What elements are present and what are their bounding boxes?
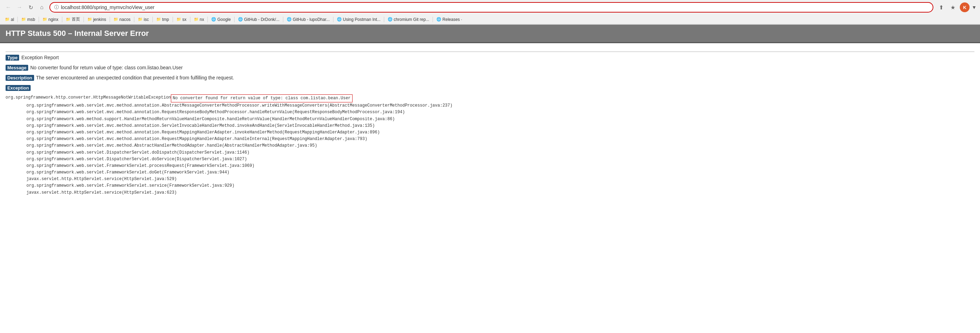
browser-menu-button[interactable]: ▼ [972,5,977,10]
bookmark-separator [153,17,153,22]
bookmark-label: nx [200,17,204,22]
bookmark-item[interactable]: 🌐Using Postman Int... [335,16,382,22]
error-message-section: Message No converter found for return va… [6,65,974,71]
stack-line: org.springframework.web.servlet.Framewor… [6,183,974,189]
folder-icon: 📁 [138,17,143,22]
stack-trace: org.springframework.http.converter.HttpM… [6,94,974,196]
error-type-section: Type Exception Report [6,55,974,61]
bookmark-item[interactable]: 📁sx [174,16,189,22]
bookmark-label: tmp [162,17,169,22]
link-icon: 🌐 [337,17,342,22]
bookmark-separator [62,17,62,22]
folder-icon: 📁 [5,17,10,22]
link-icon: 🌐 [287,17,292,22]
divider-top [6,51,974,52]
bookmark-separator [384,17,384,22]
link-icon: 🌐 [388,17,393,22]
bookmark-item[interactable]: 🌐GitHub - DrDonk/... [236,16,282,22]
message-value: No converter found for return value of t… [30,65,183,70]
folder-icon: 📁 [43,17,47,22]
bookmark-item[interactable]: 🌐chromium Git rep... [386,16,431,22]
profile-avatar[interactable]: K [960,2,970,12]
stack-line: org.springframework.web.servlet.Dispatch… [6,156,974,163]
bookmark-label: isc [144,17,149,22]
bookmark-item[interactable]: 📁nginx [40,16,60,22]
folder-icon: 📁 [113,17,118,22]
bookmark-label: sx [182,17,186,22]
bookmark-label: jenkins [93,17,106,22]
toolbar-right: ⬆ ★ K ▼ [936,2,977,12]
stack-line: org.springframework.web.servlet.mvc.meth… [6,102,974,109]
address-bar-container[interactable]: ⓘ [49,2,933,13]
bookmarks-bar: 📁al📁msb📁nginx📁首页📁jenkins📁nacos📁isc📁tmp📁s… [0,14,980,24]
bookmark-separator [207,17,208,22]
bookmark-item[interactable]: 📁首页 [64,16,82,23]
bookmark-item[interactable]: 📁nx [192,16,206,22]
error-body: Type Exception Report Message No convert… [0,43,980,205]
link-icon: 🌐 [211,17,216,22]
bookmark-label: msb [27,17,35,22]
link-icon: 🌐 [238,17,243,22]
exception-class: org.springframework.http.converter.HttpM… [6,94,171,101]
bookmark-separator [234,17,235,22]
bookmark-item[interactable]: 🌐GitHub - lupoDhar... [285,16,332,22]
bookmark-item[interactable]: 🌐Releases · [434,16,464,22]
bookmark-item[interactable]: 📁al [3,16,16,22]
link-icon: 🌐 [436,17,441,22]
bookmark-label: Using Postman Int... [343,17,380,22]
bookmark-separator [283,17,283,22]
exception-section: Exception org.springframework.http.conve… [6,85,974,196]
address-bar-input[interactable] [61,5,929,10]
type-value: Exception Report [21,55,59,60]
message-label: Message [6,65,28,71]
stack-line: org.springframework.web.servlet.Framewor… [6,169,974,176]
folder-icon: 📁 [194,17,199,22]
type-label: Type [6,55,19,61]
bookmark-item[interactable]: 🌐Google [209,16,233,22]
bookmark-label: chromium Git rep... [394,17,429,22]
bookmark-item[interactable]: 📁nacos [111,16,133,22]
bookmark-item[interactable]: 📁isc [136,16,151,22]
page-content: HTTP Status 500 – Internal Server Error … [0,25,980,205]
bookmark-separator [333,17,333,22]
stack-line: org.springframework.web.servlet.mvc.meth… [6,142,974,149]
bookmark-item[interactable]: 📁tmp [154,16,171,22]
description-value: The server encountered an unexpected con… [36,75,234,80]
bookmark-item[interactable]: 📁msb [19,16,37,22]
bookmark-label: GitHub - DrDonk/... [244,17,280,22]
stack-line: org.springframework.web.servlet.Dispatch… [6,150,974,156]
folder-icon: 📁 [66,17,71,22]
bookmark-label: Releases · [442,17,462,22]
bookmark-separator [134,17,134,22]
forward-button[interactable]: → [14,2,24,12]
exception-label: Exception [6,85,30,91]
bookmark-separator [173,17,173,22]
nav-buttons: ← → ↻ ⌂ [3,2,47,12]
stack-line: org.springframework.web.servlet.mvc.meth… [6,109,974,116]
bookmark-separator [190,17,190,22]
stack-line: org.springframework.web.servlet.mvc.meth… [6,123,974,129]
bookmark-label: GitHub - lupoDhar... [293,17,329,22]
stack-first-line: org.springframework.http.converter.HttpM… [6,94,974,102]
reload-button[interactable]: ↻ [26,2,35,12]
error-title: HTTP Status 500 – Internal Server Error [6,29,974,38]
stack-line: org.springframework.web.servlet.mvc.meth… [6,129,974,136]
bookmark-item[interactable]: 📁jenkins [85,16,108,22]
bookmark-separator [18,17,18,22]
browser-toolbar: ← → ↻ ⌂ ⓘ ⬆ ★ K ▼ [0,0,980,14]
stack-line: org.springframework.web.servlet.Framewor… [6,163,974,169]
stack-line: org.springframework.web.method.support.H… [6,116,974,123]
home-button[interactable]: ⌂ [37,2,47,12]
error-header: HTTP Status 500 – Internal Server Error [0,25,980,43]
info-icon: ⓘ [54,4,59,10]
bookmark-label: Google [217,17,231,22]
bookmark-separator [110,17,110,22]
bookmark-button[interactable]: ★ [948,2,958,12]
bookmark-label: nacos [119,17,130,22]
bookmark-separator [433,17,433,22]
bookmark-label: nginx [48,17,59,22]
share-button[interactable]: ⬆ [936,2,946,12]
bookmark-label: 首页 [72,16,80,22]
stack-line: javax.servlet.http.HttpServlet.service(H… [6,190,974,196]
back-button[interactable]: ← [3,2,13,12]
